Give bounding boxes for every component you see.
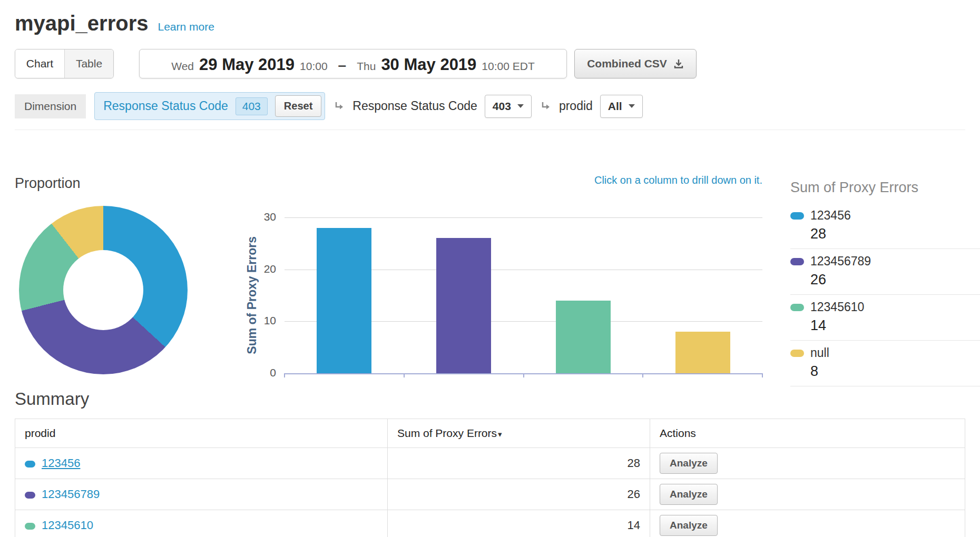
drilldown-arrow-icon (334, 101, 345, 112)
drilldown-status-code: Response Status Code 403 (334, 95, 532, 118)
bar[interactable] (556, 301, 611, 373)
actions-cell: Analyze (650, 510, 965, 537)
prodid-cell: 123456789 (15, 479, 388, 510)
y-axis-label: Sum of Proxy Errors (245, 236, 259, 354)
analyze-button[interactable]: Analyze (660, 453, 718, 474)
x-axis-line (285, 373, 762, 374)
legend-color-swatch (790, 212, 804, 220)
page-header: myapi_errors Learn more (15, 12, 980, 35)
analytics-page: myapi_errors Learn more Chart Table Wed … (0, 0, 980, 537)
date-range-picker[interactable]: Wed 29 May 2019 10:00 – Thu 30 May 2019 … (139, 49, 567, 78)
tab-chart[interactable]: Chart (15, 49, 64, 78)
status-code-selected-value: 403 (493, 100, 511, 113)
prodid-link[interactable]: 123456 (42, 456, 80, 470)
prodid-cell: 12345610 (15, 510, 388, 537)
drilldown-hint: Click on a column to drill down on it. (285, 174, 762, 186)
prodid-color-swatch (25, 492, 35, 499)
legend-entry-value: 26 (810, 272, 980, 288)
legend-entry: 1234561014 (790, 295, 980, 341)
drilldown-prodid-label: prodid (559, 99, 593, 113)
download-icon (673, 58, 684, 69)
prodid-color-swatch (25, 461, 35, 468)
bar-column[interactable] (524, 217, 643, 373)
table-row: 12345628Analyze (15, 448, 965, 479)
chevron-down-icon (629, 104, 635, 108)
start-day: Wed (171, 60, 194, 73)
prodid-cell: 123456 (15, 448, 388, 479)
y-tick-label: 20 (254, 263, 276, 275)
legend-color-swatch (790, 304, 804, 311)
column-header-sum[interactable]: Sum of Proxy Errors▾ (388, 419, 650, 448)
legend-entry-label: null (810, 346, 829, 360)
bar[interactable] (675, 332, 730, 373)
sum-cell: 28 (388, 448, 650, 479)
legend-title: Sum of Proxy Errors (790, 180, 980, 196)
legend-entry: 12345628 (790, 203, 980, 249)
prodid-link[interactable]: 123456789 (42, 488, 100, 501)
reset-filter-button[interactable]: Reset (275, 95, 321, 117)
bar-column[interactable] (404, 217, 524, 373)
legend-color-swatch (790, 258, 804, 265)
legend-entry: 12345678926 (790, 249, 980, 295)
drilldown-prodid: prodid All (540, 95, 643, 118)
y-tick-label: 0 (254, 366, 276, 379)
bar-column[interactable] (643, 217, 762, 373)
table-row: 12345678926Analyze (15, 479, 965, 510)
end-time: 10:00 EDT (482, 60, 534, 73)
sort-desc-icon: ▾ (498, 430, 502, 439)
summary-table-body: 12345628Analyze12345678926Analyze1234561… (15, 448, 965, 537)
filter-bar: Dimension Response Status Code 403 Reset… (15, 92, 965, 130)
charts-area: Proportion Click on a column to drill do… (15, 174, 980, 375)
page-title: myapi_errors (15, 12, 148, 35)
dimension-label: Dimension (15, 94, 86, 118)
legend-entry-value: 28 (810, 226, 980, 242)
table-row: 1234561014Analyze (15, 510, 965, 537)
legend-entry-value: 8 (810, 363, 980, 380)
prodid-select[interactable]: All (600, 95, 643, 118)
summary-table-header: prodid Sum of Proxy Errors▾ Actions (15, 419, 965, 448)
summary-title: Summary (15, 389, 980, 409)
chevron-down-icon (517, 104, 524, 108)
active-filter-value: 403 (236, 97, 268, 115)
status-code-select[interactable]: 403 (485, 95, 532, 118)
analyze-button[interactable]: Analyze (660, 484, 718, 505)
bar-chart-plot: 0102030 (285, 217, 762, 373)
date-range-separator: – (338, 57, 347, 74)
combined-csv-button[interactable]: Combined CSV (574, 49, 697, 78)
column-header-actions: Actions (650, 419, 965, 448)
active-filter-name: Response Status Code (103, 99, 228, 113)
combined-csv-label: Combined CSV (587, 57, 667, 70)
start-time: 10:00 (300, 60, 328, 73)
learn-more-link[interactable]: Learn more (158, 21, 214, 33)
legend-entry-label: 123456789 (810, 254, 871, 268)
bar[interactable] (436, 238, 491, 373)
actions-cell: Analyze (650, 448, 965, 479)
toolbar: Chart Table Wed 29 May 2019 10:00 – Thu … (15, 49, 980, 78)
prodid-selected-value: All (608, 100, 622, 113)
y-tick-label: 30 (254, 211, 276, 223)
legend-color-swatch (790, 350, 804, 357)
legend-entry: null8 (790, 341, 980, 386)
analyze-button[interactable]: Analyze (660, 515, 718, 536)
prodid-link[interactable]: 12345610 (42, 519, 93, 532)
bar-series (285, 217, 762, 373)
bar-column[interactable] (285, 217, 404, 373)
active-filter: Response Status Code 403 Reset (94, 92, 325, 120)
donut-chart[interactable] (19, 206, 188, 374)
legend-entry-label: 12345610 (810, 300, 864, 314)
y-tick-label: 10 (254, 314, 276, 327)
start-date: 29 May 2019 (199, 55, 295, 74)
proportion-title: Proportion (15, 175, 81, 192)
actions-cell: Analyze (650, 479, 965, 510)
bar[interactable] (317, 228, 371, 373)
donut-hole (63, 250, 143, 330)
summary-table: prodid Sum of Proxy Errors▾ Actions 1234… (15, 419, 965, 537)
y-axis-label-wrap: Sum of Proxy Errors (241, 217, 262, 373)
column-header-prodid: prodid (15, 419, 388, 448)
view-toggle: Chart Table (15, 49, 114, 78)
prodid-color-swatch (25, 523, 35, 530)
legend-entries: 12345628123456789261234561014null8 (790, 203, 980, 386)
legend-entry-value: 14 (810, 317, 980, 334)
drilldown-status-code-label: Response Status Code (352, 99, 477, 113)
tab-table[interactable]: Table (64, 49, 113, 78)
